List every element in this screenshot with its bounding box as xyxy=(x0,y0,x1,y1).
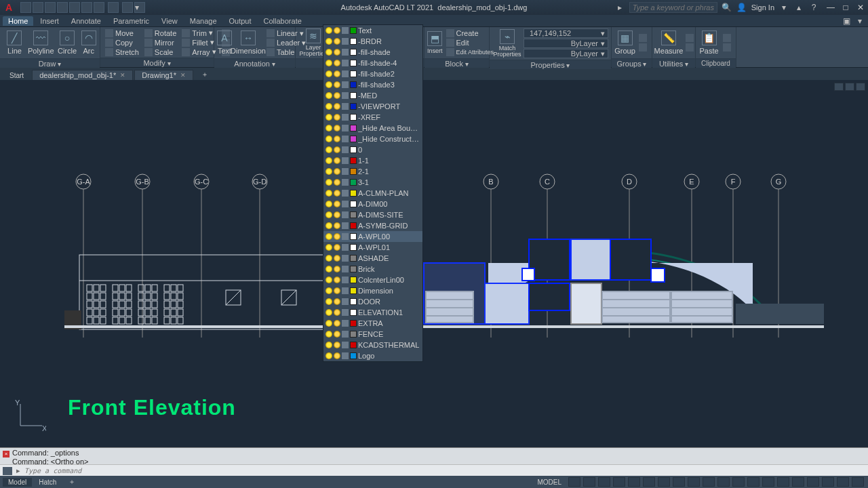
status-iso-icon[interactable] xyxy=(807,477,819,487)
layer-lock-icon[interactable] xyxy=(342,211,349,218)
layer-on-icon[interactable] xyxy=(326,60,332,66)
layer-lock-icon[interactable] xyxy=(342,38,349,45)
layer-lock-icon[interactable] xyxy=(342,92,349,99)
layer-on-icon[interactable] xyxy=(326,352,332,359)
rotate-button[interactable]: Rotate xyxy=(142,28,178,37)
stayconnected-icon[interactable]: ▴ xyxy=(793,2,804,13)
layer-color-swatch[interactable] xyxy=(350,92,357,99)
line-button[interactable]: ╱Line xyxy=(3,28,26,57)
panel-title-draw[interactable]: Draw ▾ xyxy=(0,58,100,68)
polyline-button[interactable]: 〰Polyline xyxy=(28,28,54,57)
panel-title-groups[interactable]: Groups ▾ xyxy=(612,58,652,68)
layer-lock-icon[interactable] xyxy=(342,277,349,283)
panel-title-modify[interactable]: Modify ▾ xyxy=(100,58,214,67)
status-transparency-icon[interactable] xyxy=(673,477,685,487)
layer-lock-icon[interactable] xyxy=(342,27,349,34)
layer-on-icon[interactable] xyxy=(326,244,332,251)
layer-color-swatch[interactable] xyxy=(350,277,357,283)
qat-share-icon[interactable] xyxy=(122,2,133,13)
paste-button[interactable]: 📋Paste xyxy=(698,28,719,57)
status-snap-icon[interactable] xyxy=(583,477,595,487)
layer-row[interactable]: A-WPL00 xyxy=(323,231,422,242)
search-icon[interactable]: 🔍 xyxy=(722,2,732,13)
layer-lock-icon[interactable] xyxy=(342,233,349,240)
layer-freeze-icon[interactable] xyxy=(334,81,340,88)
layer-on-icon[interactable] xyxy=(326,70,332,77)
layer-freeze-icon[interactable] xyxy=(334,157,340,164)
layer-freeze-icon[interactable] xyxy=(334,168,340,175)
layer-row[interactable]: -fill-shade-4 xyxy=(323,58,422,68)
status-ortho-icon[interactable] xyxy=(598,477,610,487)
layer-color-swatch[interactable] xyxy=(350,179,357,186)
layer-row[interactable]: -MED xyxy=(323,90,422,101)
status-lwt-icon[interactable] xyxy=(658,477,670,487)
layer-on-icon[interactable] xyxy=(326,81,332,88)
layer-freeze-icon[interactable] xyxy=(334,201,340,207)
layer-lock-icon[interactable] xyxy=(342,114,349,121)
layer-lock-icon[interactable] xyxy=(342,201,349,207)
layer-color-swatch[interactable] xyxy=(350,157,357,164)
layer-row[interactable]: DOOR xyxy=(323,296,422,307)
layer-color-swatch[interactable] xyxy=(350,81,357,88)
layer-row[interactable]: 1-1 xyxy=(323,155,422,166)
doctab-start[interactable]: Start xyxy=(3,71,31,80)
status-units-icon[interactable] xyxy=(762,477,774,487)
window-maximize-button[interactable]: □ xyxy=(838,1,853,14)
layer-color-swatch[interactable] xyxy=(350,222,357,229)
status-annovis-icon[interactable] xyxy=(717,477,730,487)
qat-dropdown-icon[interactable]: ▾ xyxy=(134,2,145,13)
layer-color-swatch[interactable] xyxy=(350,60,357,66)
layer-freeze-icon[interactable] xyxy=(334,60,340,66)
layer-on-icon[interactable] xyxy=(326,211,332,218)
layer-color-swatch[interactable] xyxy=(350,27,357,34)
layer-freeze-icon[interactable] xyxy=(334,222,340,229)
circle-button[interactable]: ○Circle xyxy=(56,28,79,57)
fillet-button[interactable]: Fillet ▾ xyxy=(180,38,218,47)
layer-freeze-icon[interactable] xyxy=(334,352,340,359)
status-clean-icon[interactable] xyxy=(837,477,849,487)
layer-row[interactable]: -BRDR xyxy=(323,36,422,47)
layer-color-swatch[interactable] xyxy=(350,146,357,153)
layer-on-icon[interactable] xyxy=(326,179,332,186)
layer-on-icon[interactable] xyxy=(326,103,332,110)
layer-on-icon[interactable] xyxy=(326,27,332,34)
doctab-new-button[interactable]: ＋ xyxy=(195,69,215,80)
layer-freeze-icon[interactable] xyxy=(334,211,340,218)
layer-row[interactable]: -VIEWPORT xyxy=(323,101,422,112)
vp-close-button[interactable] xyxy=(856,83,865,91)
group-extra1[interactable] xyxy=(637,34,649,43)
command-chevron-icon[interactable]: ▸ xyxy=(16,466,20,475)
layer-lock-icon[interactable] xyxy=(342,342,349,348)
layer-freeze-icon[interactable] xyxy=(334,277,340,283)
layer-on-icon[interactable] xyxy=(326,136,332,142)
layer-lock-icon[interactable] xyxy=(342,49,349,56)
status-ws-icon[interactable] xyxy=(732,477,745,487)
window-minimize-button[interactable]: — xyxy=(823,1,838,14)
layer-on-icon[interactable] xyxy=(326,168,332,175)
qat-saveas-icon[interactable] xyxy=(57,2,68,13)
qat-redo-icon[interactable] xyxy=(94,2,104,13)
layer-on-icon[interactable] xyxy=(326,157,332,164)
layer-color-swatch[interactable] xyxy=(350,244,357,251)
layer-on-icon[interactable] xyxy=(326,38,332,45)
layer-color-swatch[interactable] xyxy=(350,136,357,142)
ribbon-min-icon[interactable]: ▾ xyxy=(854,16,865,26)
layer-freeze-icon[interactable] xyxy=(334,179,340,186)
layer-lock-icon[interactable] xyxy=(342,125,349,131)
layer-on-icon[interactable] xyxy=(326,222,332,229)
help-icon[interactable]: ? xyxy=(808,2,819,13)
layer-row[interactable]: FENCE xyxy=(323,329,422,340)
layer-freeze-icon[interactable] xyxy=(334,255,340,262)
trim-button[interactable]: Trim ▾ xyxy=(180,28,218,37)
vp-maximize-button[interactable] xyxy=(845,83,854,91)
layer-dropdown-list[interactable]: Text-BRDR-fill-shade-fill-shade-4-fill-s… xyxy=(323,24,423,362)
layer-on-icon[interactable] xyxy=(326,146,332,153)
layer-lock-icon[interactable] xyxy=(342,222,349,229)
layer-row[interactable]: KCADSTHERMAL xyxy=(323,340,422,350)
layer-row[interactable]: ELEVATION1 xyxy=(323,307,422,318)
color-combo[interactable]: 147,149,152▾ xyxy=(524,28,608,38)
layer-freeze-icon[interactable] xyxy=(334,244,340,251)
measure-button[interactable]: 📏Measure xyxy=(655,28,682,57)
layer-row[interactable]: Dimension xyxy=(323,285,422,296)
clip-extra1[interactable] xyxy=(721,34,733,43)
